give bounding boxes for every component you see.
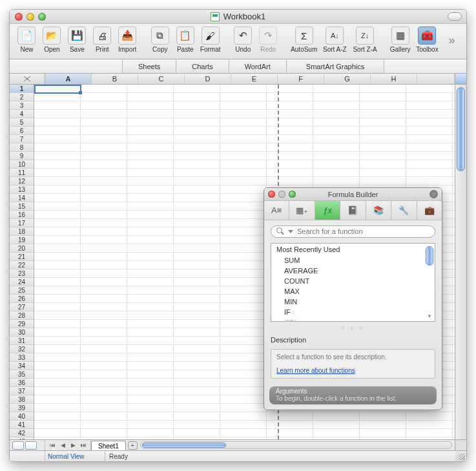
toolbar-gallery[interactable]: ▦Gallery [388,26,412,53]
row-header[interactable]: 41 [10,421,34,429]
function-item[interactable]: MIN [271,297,435,307]
sheet-nav-next[interactable]: ▶ [68,441,78,450]
function-search-input[interactable] [297,227,429,235]
col-header-c[interactable]: C [138,74,185,84]
col-header-g[interactable]: G [324,74,371,84]
ribbon-tab-charts[interactable]: Charts [176,59,229,73]
row-header[interactable]: 26 [10,295,34,303]
formula-builder-panel[interactable]: Formula Builder A≡ ▦₊ ƒx 📓 📚 🔧 💼 Most Re… [264,187,442,410]
row-header[interactable]: 27 [10,303,34,311]
ribbon-tab-wordart[interactable]: WordArt [229,59,287,73]
row-header[interactable]: 16 [10,211,34,219]
toolbar-save[interactable]: 💾Save [65,26,89,53]
palette-options-gear-icon[interactable] [429,190,438,198]
palette-tab-reference[interactable]: A≡ [264,201,289,220]
function-list-scroll-thumb[interactable] [426,246,433,266]
toolbar-overflow[interactable]: » [442,26,461,54]
col-header-e[interactable]: E [231,74,278,84]
row-header[interactable]: 28 [10,311,34,320]
function-search-field[interactable] [271,225,435,238]
row-header[interactable]: 9 [10,152,34,160]
palette-minimize-button[interactable] [278,191,285,198]
row-header[interactable]: 17 [10,219,34,227]
scroll-down-arrow-icon[interactable]: ▼ [426,313,433,320]
row-header[interactable]: 24 [10,278,34,286]
row-header[interactable]: 29 [10,320,34,328]
row-header[interactable]: 25 [10,286,34,295]
row-header[interactable]: 5 [10,118,34,127]
palette-tab-fx[interactable]: ƒx [315,201,340,220]
palette-tab-reference-tools[interactable]: 📚 [366,201,391,220]
row-headers[interactable]: 1234567891011121314151617181920212223242… [10,85,34,439]
toolbar-print[interactable]: 🖨Print [90,26,114,53]
select-all-corner[interactable] [10,74,45,84]
function-item[interactable]: IF [271,307,435,317]
row-header[interactable]: 18 [10,227,34,236]
toolbar-format[interactable]: 🖌Format [198,26,222,53]
resize-grip[interactable] [455,451,466,461]
row-header[interactable]: 40 [10,412,34,421]
function-item[interactable]: SUM [271,255,435,266]
row-header[interactable]: 22 [10,261,34,269]
toolbar-toggle-pill[interactable] [448,12,462,21]
vertical-scroll-thumb[interactable] [457,87,465,171]
row-header[interactable]: 32 [10,345,34,353]
row-header[interactable]: 8 [10,143,34,152]
row-header[interactable]: 13 [10,185,34,194]
toolbar-sort-az[interactable]: A↓Sort A-Z [320,26,349,53]
row-header[interactable]: 42 [10,429,34,437]
row-header[interactable]: 37 [10,387,34,395]
close-window-button[interactable] [15,13,23,21]
row-header[interactable]: 3 [10,101,34,110]
row-header[interactable]: 38 [10,395,34,404]
row-header[interactable]: 15 [10,202,34,211]
toolbar-paste[interactable]: 📋Paste [173,26,197,53]
toolbar-new[interactable]: 📄New [15,26,39,53]
toolbar-toolbox[interactable]: 🧰Toolbox [413,26,441,53]
sheet-nav-prev[interactable]: ◀ [58,441,67,450]
function-item[interactable]: SIN [271,317,435,322]
row-header[interactable]: 43 [10,437,34,439]
ribbon-tab-smartart[interactable]: SmartArt Graphics [287,59,384,73]
search-menu-chevron-icon[interactable] [288,230,293,233]
ribbon-tab-sheets[interactable]: Sheets [123,59,176,73]
sheet-nav-first[interactable]: ⏮ [48,441,57,450]
row-header[interactable]: 2 [10,93,34,101]
row-header[interactable]: 21 [10,253,34,261]
row-header[interactable]: 12 [10,177,34,185]
col-header-d[interactable]: D [185,74,231,84]
row-header[interactable]: 10 [10,160,34,169]
palette-tab-scrapbook[interactable]: 📓 [340,201,366,220]
row-header[interactable]: 7 [10,135,34,143]
zoom-window-button[interactable] [38,13,46,21]
palette-tab-add[interactable]: ▦₊ [289,201,315,220]
toolbar-redo[interactable]: ↷Redo [256,26,280,53]
row-header[interactable]: 31 [10,337,34,345]
add-sheet-button[interactable]: + [128,441,138,450]
horizontal-scrollbar[interactable] [140,441,452,449]
horizontal-scroll-thumb[interactable] [142,443,226,448]
row-header[interactable]: 30 [10,328,34,337]
palette-tab-compatibility[interactable]: 🔧 [391,201,417,220]
col-header-f[interactable]: F [278,74,324,84]
function-item[interactable]: MAX [271,286,435,297]
function-item[interactable]: AVERAGE [271,266,435,276]
sheet-tab-sheet1[interactable]: Sheet1 [91,441,126,450]
learn-more-link[interactable]: Learn more about functions [276,367,429,374]
function-item[interactable]: COUNT [271,276,435,286]
toolbar-autosum[interactable]: ΣAutoSum [289,26,319,53]
palette-close-button[interactable] [268,191,275,198]
row-header[interactable]: 35 [10,370,34,379]
active-cell[interactable] [34,85,81,94]
row-header[interactable]: 23 [10,269,34,278]
function-list-scrollbar[interactable]: ▼ [425,244,434,320]
palette-tab-project[interactable]: 💼 [417,201,442,220]
toolbar-import[interactable]: 📥Import [116,26,140,53]
resize-dots-icon[interactable]: ○ ○ ○ [271,324,435,331]
col-header-b[interactable]: B [92,74,138,84]
function-list[interactable]: Most Recently Used SUM AVERAGE COUNT MAX… [271,243,435,322]
palette-titlebar[interactable]: Formula Builder [264,188,442,201]
toolbar-undo[interactable]: ↶Undo [231,26,255,53]
minimize-window-button[interactable] [26,13,34,21]
row-header[interactable]: 1 [10,85,34,93]
